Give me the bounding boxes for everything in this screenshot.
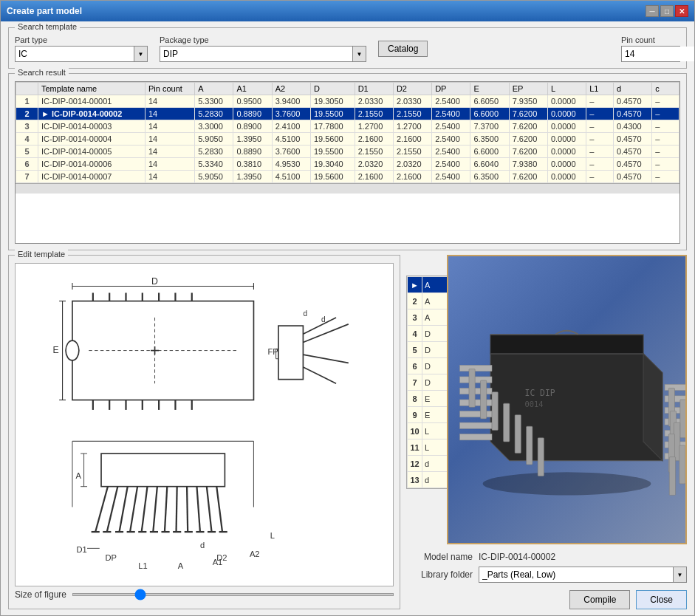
svg-text:0014: 0014: [525, 400, 544, 408]
library-folder-dropdown-btn[interactable]: ▼: [673, 567, 686, 582]
row-c: –: [652, 171, 679, 183]
search-result-group: Search result Template name Pin count A …: [8, 73, 687, 250]
library-folder-input[interactable]: [479, 567, 673, 582]
package-type-label: Package type: [160, 35, 366, 44]
minimize-button[interactable]: ─: [646, 5, 659, 17]
row-e: 6.6000: [470, 108, 509, 120]
row-a: 5.3340: [195, 158, 233, 171]
params-row[interactable]: 5 D: [408, 342, 451, 358]
params-row[interactable]: 3 A: [408, 309, 451, 326]
row-l: 0.0000: [547, 108, 586, 120]
catalog-button[interactable]: Catalog: [378, 41, 428, 57]
row-e: 6.6000: [470, 146, 509, 158]
row-d: 19.3040: [310, 158, 355, 171]
row-num: 3: [16, 120, 38, 133]
row-pin-count: 14: [145, 133, 194, 146]
col-d: D: [310, 83, 355, 95]
package-type-combo[interactable]: ▼: [160, 46, 366, 62]
table-row[interactable]: 1 IC-DIP-0014-00001 14 5.3300 0.9500 3.9…: [16, 95, 679, 108]
params-table-container[interactable]: ► A 2 A 3 A 4 D 5 D 6 D 7 D 8 E 9 E 10 L: [406, 276, 451, 489]
maximize-button[interactable]: □: [660, 5, 674, 17]
horizontal-scrollbar[interactable]: [16, 183, 679, 194]
window-title: Create part model: [7, 6, 82, 16]
row-d: 17.7800: [310, 120, 355, 133]
table-row[interactable]: 3 IC-DIP-0014-00003 14 3.3000 0.8900 2.4…: [16, 120, 679, 133]
pin-count-combo[interactable]: ▼: [621, 46, 680, 62]
params-row[interactable]: 13 d: [408, 472, 451, 488]
row-a1: 1.3950: [233, 133, 272, 146]
row-a1: 0.8890: [233, 146, 272, 158]
param-num: 7: [408, 374, 422, 391]
svg-point-1: [66, 340, 79, 360]
col-l: L: [547, 83, 586, 95]
table-row[interactable]: 6 IC-DIP-0014-00006 14 5.3340 0.3810 4.9…: [16, 158, 679, 171]
pin-count-input[interactable]: [622, 47, 694, 61]
svg-rect-28: [278, 326, 303, 380]
svg-text:D: D: [151, 276, 158, 287]
svg-rect-103: [515, 415, 521, 454]
table-row[interactable]: 5 IC-DIP-0014-00005 14 5.2830 0.8890 3.7…: [16, 146, 679, 158]
svg-rect-90: [460, 422, 492, 428]
row-num: 4: [16, 133, 38, 146]
svg-line-44: [107, 487, 118, 532]
part-type-combo[interactable]: ▼: [15, 46, 148, 62]
row-num: 7: [16, 171, 38, 183]
params-row[interactable]: 9 E: [408, 407, 451, 423]
params-row[interactable]: 7 D: [408, 374, 451, 391]
row-d: 19.5600: [310, 171, 355, 183]
params-row[interactable]: ► A: [408, 277, 451, 293]
part-type-input[interactable]: [16, 47, 134, 61]
row-a2: 4.9530: [272, 158, 310, 171]
3d-view: IC DIP 0014: [447, 255, 687, 544]
table-row[interactable]: 4 IC-DIP-0014-00004 14 5.9050 1.3950 4.5…: [16, 133, 679, 146]
size-slider[interactable]: [72, 593, 394, 596]
row-pin-count: 14: [145, 120, 194, 133]
params-row[interactable]: 2 A: [408, 293, 451, 309]
param-num: 2: [408, 293, 422, 309]
part-type-field: Part type ▼: [15, 35, 148, 62]
row-template-name: IC-DIP-0014-00005: [38, 146, 145, 158]
params-row[interactable]: 6 D: [408, 358, 451, 374]
pin-count-field: Pin count ▼: [621, 35, 680, 62]
svg-line-48: [153, 487, 157, 532]
params-row[interactable]: 8 E: [408, 391, 451, 407]
row-d1: 2.1550: [355, 146, 393, 158]
row-d1: 2.1600: [355, 133, 393, 146]
package-type-field: Package type ▼: [160, 35, 366, 62]
results-table-container[interactable]: Template name Pin count A A1 A2 D D1 D2 …: [15, 81, 680, 244]
close-button[interactable]: ✕: [675, 5, 688, 17]
svg-line-51: [187, 487, 188, 532]
svg-rect-89: [460, 411, 492, 417]
compile-button[interactable]: Compile: [569, 590, 630, 609]
row-dp: 2.5400: [432, 108, 470, 120]
row-num: 1: [16, 95, 38, 108]
params-row[interactable]: 4 D: [408, 326, 451, 342]
row-template-name: IC-DIP-0014-00006: [38, 158, 145, 171]
param-num: 11: [408, 439, 422, 456]
library-folder-row: Library folder ▼: [406, 567, 687, 583]
row-a2: 4.5100: [272, 133, 310, 146]
svg-text:A: A: [75, 471, 81, 480]
row-e: 6.3500: [470, 133, 509, 146]
table-row[interactable]: 7 IC-DIP-0014-00007 14 5.9050 1.3950 4.5…: [16, 171, 679, 183]
row-d2: 2.1600: [393, 171, 431, 183]
row-l: 0.0000: [547, 133, 586, 146]
part-type-dropdown-btn[interactable]: ▼: [134, 47, 147, 61]
row-l1: –: [586, 146, 614, 158]
row-d: 19.5500: [310, 108, 355, 120]
params-row[interactable]: 10 L: [408, 423, 451, 439]
row-l1: –: [586, 95, 614, 108]
params-row[interactable]: 12 d: [408, 456, 451, 472]
param-num: 10: [408, 423, 422, 439]
params-row[interactable]: 11 L: [408, 439, 451, 456]
col-d2: D2: [393, 83, 431, 95]
search-result-label: Search result: [15, 68, 69, 77]
table-row[interactable]: 2 ► IC-DIP-0014-00002 14 5.2830 0.8890 3…: [16, 108, 679, 120]
row-template-name: IC-DIP-0014-00004: [38, 133, 145, 146]
package-type-dropdown-btn[interactable]: ▼: [352, 47, 366, 61]
package-type-input[interactable]: [160, 47, 352, 61]
close-button[interactable]: Close: [636, 590, 687, 609]
col-d-small: d: [613, 83, 651, 95]
library-folder-combo[interactable]: ▼: [479, 567, 687, 583]
row-c: –: [652, 158, 679, 171]
